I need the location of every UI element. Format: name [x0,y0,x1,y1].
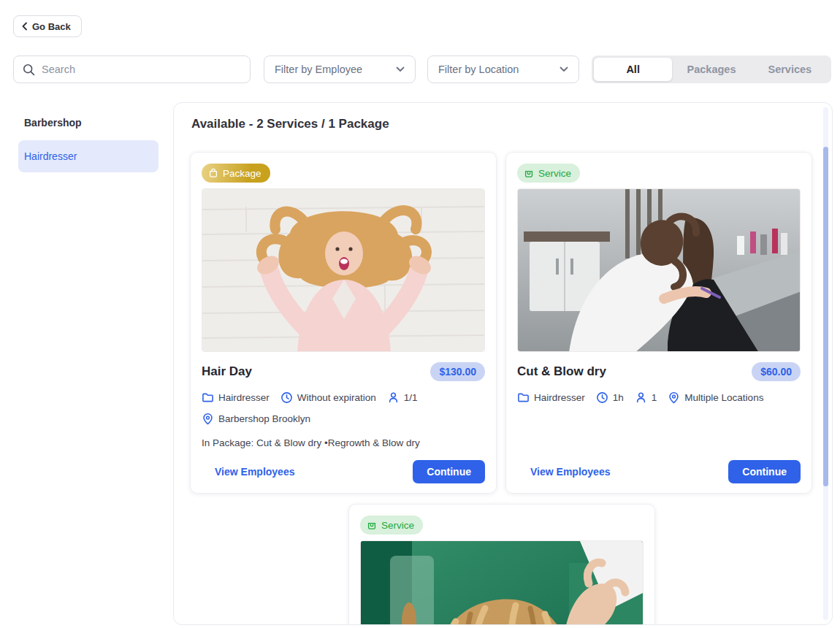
card-title: Cut & Blow dry [517,364,606,379]
capacity-meta: 1 [635,391,657,404]
card-image [202,188,485,352]
filter-by-employee-select[interactable]: Filter by Employee [264,55,416,83]
service-badge: Service [517,164,580,183]
folder-icon [202,391,214,404]
duration-label: 1h [613,392,624,403]
go-back-button[interactable]: Go Back [13,15,82,37]
tab-packages[interactable]: Packages [672,58,750,81]
folder-icon [517,391,530,404]
panel-scrollbar-thumb[interactable] [823,147,828,486]
chevron-down-icon [560,66,568,72]
person-icon [387,391,400,404]
filter-by-location-select[interactable]: Filter by Location [427,55,579,83]
service-badge: Service [360,516,423,535]
capacity-meta: 1/1 [387,391,418,404]
package-badge-label: Package [223,168,261,179]
in-package-line: In Package: Cut & Blow dry •Regrowth & B… [202,437,485,448]
filter-by-employee-label: Filter by Employee [275,64,362,75]
location-pin-icon [668,391,680,404]
chevron-left-icon [21,22,28,31]
view-employees-link[interactable]: View Employees [517,463,623,480]
service-badge-label: Service [538,168,571,179]
duration-meta: Without expiration [280,391,376,404]
in-package-label: In Package: [202,437,253,448]
type-filter-segmented-control: All Packages Services [592,55,831,83]
service-card-cut-blow-dry: Service [505,152,812,494]
shopping-bag-icon [208,168,218,178]
in-package-value: Cut & Blow dry •Regrowth & Blow dry [253,437,420,448]
package-card-hair-day: Package [190,152,497,494]
clock-icon [280,391,293,404]
service-badge-label: Service [381,520,414,531]
price-badge: $130.00 [430,362,485,381]
category-label: Hairdresser [218,392,270,403]
location-pin-icon [202,413,214,425]
card-image [360,540,644,625]
filter-by-location-label: Filter by Location [438,64,519,75]
search-box[interactable] [13,55,251,83]
go-back-label: Go Back [32,21,71,32]
sidebar-item-barbershop[interactable]: Barbershop [18,107,159,139]
panel-scrollbar-track[interactable] [823,107,828,620]
capacity-label: 1 [652,392,657,403]
location-meta: Barbershop Brooklyn [202,413,310,425]
continue-button[interactable]: Continue [413,460,485,483]
tab-services[interactable]: Services [751,58,829,81]
booking-page: Go Back Filter by Employee Filter by Loc… [0,0,840,628]
card-title: Hair Day [202,364,252,379]
package-badge: Package [202,164,270,183]
clock-icon [596,391,608,404]
category-meta: Hairdresser [517,391,585,404]
shopping-bag-icon [524,168,534,178]
tab-all[interactable]: All [594,58,672,81]
view-employees-link[interactable]: View Employees [202,463,308,480]
search-icon [23,64,35,76]
results-panel: Available - 2 Services / 1 Package Packa… [173,102,833,625]
shopping-bag-icon [367,520,377,530]
service-card-partial: Service [348,504,655,625]
capacity-label: 1/1 [404,392,418,403]
category-label: Hairdresser [534,392,585,403]
person-icon [635,391,647,404]
category-meta: Hairdresser [202,391,270,404]
search-input[interactable] [42,64,241,75]
continue-button[interactable]: Continue [728,460,801,483]
price-badge: $60.00 [752,362,801,381]
results-heading: Available - 2 Services / 1 Package [191,117,389,131]
location-label: Multiple Locations [684,392,763,403]
sidebar-item-hairdresser[interactable]: Hairdresser [18,140,159,172]
card-image [517,188,801,352]
location-meta: Multiple Locations [668,391,763,404]
duration-meta: 1h [596,391,624,404]
location-label: Barbershop Brooklyn [218,413,310,424]
duration-label: Without expiration [297,392,376,403]
chevron-down-icon [396,66,405,72]
